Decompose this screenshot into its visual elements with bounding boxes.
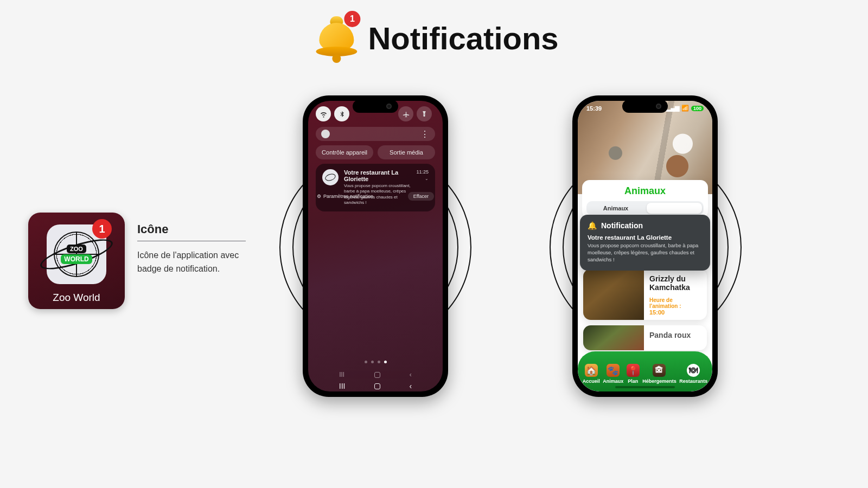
- segmented-control[interactable]: Animaux Animations: [586, 201, 704, 215]
- flashlight-icon[interactable]: [417, 106, 432, 121]
- gear-icon: ⚙: [317, 194, 321, 199]
- card-grizzly[interactable]: Grizzly du Kamchatka Heure de l'animatio…: [583, 269, 707, 320]
- phone-android-notification-shade: ⋮ Contrôle appareil Sortie média Votre r…: [303, 95, 448, 397]
- notification-app-icon: [322, 169, 339, 185]
- wifi-icon: 📶: [681, 105, 689, 112]
- paw-icon: 🐾: [607, 364, 620, 377]
- card-time: 15:00: [649, 309, 701, 316]
- icon-heading: Icône: [137, 222, 246, 236]
- tab-bar: 🏠Accueil 🐾Animaux 📍Plan 🏚Hébergements 🍽R…: [578, 351, 712, 391]
- card-title: Panda roux: [649, 331, 701, 339]
- tab-plan[interactable]: 📍Plan: [627, 364, 640, 384]
- status-time: 15:39: [586, 105, 602, 112]
- tab-accueil[interactable]: 🏠Accueil: [583, 364, 600, 384]
- brightness-slider[interactable]: ⋮: [316, 127, 435, 141]
- device-control-pill[interactable]: Contrôle appareil: [316, 145, 373, 159]
- home-indicator: [615, 386, 675, 388]
- tab-hebergements[interactable]: 🏚Hébergements: [642, 364, 676, 384]
- app-logo-top: ZOO: [67, 245, 86, 253]
- back-button[interactable]: ‹: [410, 382, 412, 390]
- dynamic-island: [622, 100, 668, 113]
- app-icon-card: ZOO WORLD 1 Zoo World: [28, 213, 125, 309]
- section-title: Animaux: [586, 185, 704, 197]
- in-app-notification[interactable]: 🔔Notification Votre restaurant La Glorie…: [580, 215, 710, 271]
- signal-icon: ▂▄▆: [666, 105, 679, 112]
- card-image: [583, 269, 644, 320]
- app-icon: ZOO WORLD 1: [47, 224, 106, 284]
- toast-title: Votre restaurant La Gloriette: [588, 234, 703, 241]
- map-pin-icon: 📍: [627, 364, 640, 377]
- page-header: 1 Notifications: [309, 11, 558, 65]
- bell-badge: 1: [344, 11, 360, 27]
- media-output-pill[interactable]: Sortie média: [378, 145, 435, 159]
- toast-heading: Notification: [601, 221, 643, 230]
- seg-thumb: [647, 203, 702, 214]
- notification-title: Votre restaurant La Gloriette: [344, 169, 411, 182]
- nav-bar-ghost: III ‹: [308, 371, 443, 378]
- animation-cards: Grizzly du Kamchatka Heure de l'animatio…: [583, 269, 707, 350]
- home-icon: [374, 372, 380, 378]
- wifi-icon[interactable]: [316, 106, 331, 121]
- app-icon-tile[interactable]: ZOO WORLD 1 Zoo World: [28, 213, 125, 309]
- notification-settings-link[interactable]: ⚙Paramètres notification: [317, 194, 373, 199]
- bluetooth-icon[interactable]: [334, 106, 349, 121]
- app-logo-bottom: WORLD: [61, 254, 92, 264]
- tab-animaux[interactable]: 🐾Animaux: [603, 364, 623, 384]
- card-title: Grizzly du Kamchatka: [649, 274, 701, 292]
- card-panda[interactable]: Panda roux: [583, 325, 707, 350]
- bell-icon: 🔔: [588, 221, 597, 230]
- page-title: Notifications: [368, 20, 558, 56]
- bell-icon: 1: [309, 11, 363, 65]
- home-icon: 🏠: [585, 364, 598, 377]
- page-indicator: [308, 361, 443, 363]
- battery-indicator: 100: [691, 106, 704, 111]
- home-button[interactable]: [374, 383, 380, 389]
- card-subtitle: Heure de l'animation :: [649, 297, 701, 309]
- notification-time: 11:25: [416, 169, 429, 175]
- section-panel: Animaux Animaux Animations: [582, 180, 708, 219]
- restaurant-icon: 🍽: [687, 364, 700, 377]
- notification-badge: 1: [92, 219, 112, 239]
- seg-animaux[interactable]: Animaux: [586, 201, 645, 215]
- slider-knob[interactable]: [321, 130, 330, 138]
- clear-button[interactable]: Effacer: [408, 192, 434, 201]
- phone-app-animaux: 15:39 ▂▄▆ 📶 100 Animaux Animaux Animatio…: [572, 95, 718, 397]
- card-image: [583, 325, 644, 350]
- recents-button[interactable]: III: [339, 382, 346, 390]
- toast-body: Vous propose popcorn croustillant, barbe…: [588, 242, 703, 263]
- app-name: Zoo World: [53, 292, 100, 304]
- more-icon[interactable]: ⋮: [420, 129, 430, 139]
- dynamic-island: [353, 100, 398, 113]
- nav-bar: III ‹: [308, 382, 443, 390]
- icon-description: Icône de l'application avec badge de not…: [137, 249, 246, 276]
- notification-card[interactable]: Votre restaurant La Gloriette Vous propo…: [316, 164, 435, 211]
- icon-description-block: Icône Icône de l'application avec badge …: [137, 222, 246, 276]
- chevron-down-icon[interactable]: ⌄: [425, 176, 429, 181]
- tab-restaurants[interactable]: 🍽Restaurants: [679, 364, 707, 384]
- cabin-icon: 🏚: [653, 364, 666, 377]
- airplane-icon[interactable]: [398, 106, 413, 121]
